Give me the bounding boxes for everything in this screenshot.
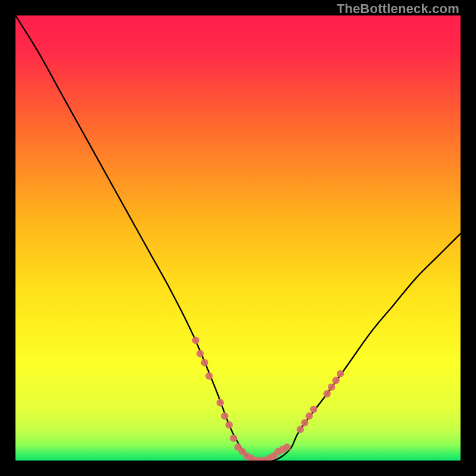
highlight-dot <box>221 412 228 419</box>
chart-canvas <box>15 15 461 461</box>
highlight-dot <box>301 419 308 426</box>
gradient-background <box>15 15 461 461</box>
highlight-dot <box>205 372 212 380</box>
highlight-dot <box>323 390 330 397</box>
highlight-dot <box>196 350 203 357</box>
highlight-dot <box>226 421 233 428</box>
highlight-dot <box>337 370 344 377</box>
highlight-dot <box>201 359 208 366</box>
chart-frame <box>15 15 461 461</box>
highlight-dot <box>297 425 304 433</box>
highlight-dot <box>192 337 199 344</box>
highlight-dot <box>328 383 335 390</box>
highlight-dot <box>217 399 224 406</box>
highlight-dot <box>310 406 317 413</box>
highlight-dot <box>305 412 312 419</box>
highlight-dot <box>230 434 237 441</box>
highlight-dot <box>332 377 339 384</box>
highlight-dot <box>283 443 290 450</box>
watermark-text: TheBottleneck.com <box>337 1 459 17</box>
